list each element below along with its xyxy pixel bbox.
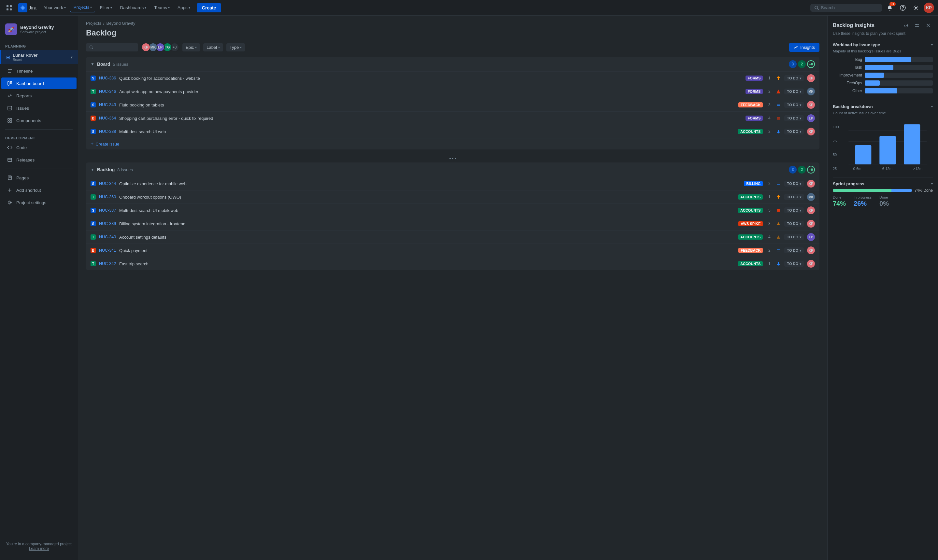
breadcrumb-projects[interactable]: Projects <box>86 21 101 26</box>
epic-filter[interactable]: Epic ▾ <box>182 43 200 51</box>
status-chip[interactable]: TO DO ▾ <box>784 102 804 108</box>
issue-key[interactable]: NUC-336 <box>99 76 116 80</box>
label-filter[interactable]: Label ▾ <box>203 43 223 51</box>
type-filter[interactable]: Type ▾ <box>226 43 245 51</box>
issue-key[interactable]: NUC-340 <box>99 235 116 239</box>
breadcrumb-project-name[interactable]: Beyond Gravity <box>106 21 136 26</box>
nav-your-work[interactable]: Your work ▾ <box>40 3 69 12</box>
issue-tag: FORMS <box>745 115 763 121</box>
issue-type-icon: T <box>91 89 96 94</box>
sidebar-item-reports[interactable]: Reports <box>1 90 77 102</box>
sidebar-item-timeline[interactable]: Timeline <box>1 65 77 77</box>
nav-apps[interactable]: Apps ▾ <box>174 3 194 12</box>
issue-key[interactable]: NUC-354 <box>99 116 116 120</box>
sidebar-item-lunar-rover[interactable]: ⊞ Lunar Rover Board ▾ <box>0 50 78 64</box>
create-button[interactable]: Create <box>197 3 222 12</box>
workload-bar <box>865 65 893 70</box>
table-row[interactable]: S NUC-336 Quick booking for accomodation… <box>86 71 819 85</box>
backlog-search-input[interactable] <box>95 45 135 50</box>
table-row[interactable]: S NUC-344 Optimize experience for mobile… <box>86 177 819 190</box>
issue-type-icon: T <box>91 261 96 266</box>
workload-row-task: Task <box>833 65 933 70</box>
table-row[interactable]: T NUC-340 Account settings defaults ACCO… <box>86 230 819 243</box>
nav-dashboards[interactable]: Dashboards ▾ <box>117 3 149 12</box>
backlog-section-header[interactable]: ▼ Backlog 8 issues 3 2 +0 <box>86 163 819 177</box>
status-chip[interactable]: TO DO ▾ <box>784 115 804 121</box>
table-row[interactable]: S NUC-337 Multi-dest search UI mobileweb… <box>86 203 819 217</box>
svg-rect-16 <box>10 118 12 120</box>
issue-key[interactable]: NUC-360 <box>99 195 116 199</box>
top-nav: Jira Your work ▾ Projects ▾ Filter ▾ Das… <box>0 0 938 15</box>
insights-refresh-button[interactable] <box>901 21 911 30</box>
search-box[interactable] <box>810 4 882 12</box>
status-chip[interactable]: TO DO ▾ <box>784 208 804 213</box>
issue-key[interactable]: NUC-341 <box>99 248 116 253</box>
sidebar-item-project-settings[interactable]: Project settings <box>1 197 77 208</box>
status-chip[interactable]: TO DO ▾ <box>784 181 804 186</box>
board-section-header[interactable]: ▼ Board 5 issues 3 2 +0 <box>86 57 819 71</box>
sidebar-item-releases[interactable]: Releases <box>1 154 77 166</box>
insights-settings-button[interactable] <box>913 21 922 30</box>
learn-more-link[interactable]: Learn more <box>29 546 49 551</box>
grid-menu-button[interactable] <box>4 3 14 13</box>
app-body: 🚀 Beyond Gravity Software project PLANNI… <box>0 15 938 560</box>
sprint-chart-header[interactable]: Sprint progress ▾ <box>833 182 933 186</box>
issue-key[interactable]: NUC-338 <box>99 129 116 134</box>
status-chip[interactable]: TO DO ▾ <box>784 75 804 81</box>
issue-key[interactable]: NUC-342 <box>99 262 116 266</box>
status-chip[interactable]: TO DO ▾ <box>784 89 804 94</box>
jira-logo[interactable]: Jira <box>18 3 37 12</box>
table-row[interactable]: T NUC-360 Onboard workout options (OWO) … <box>86 190 819 203</box>
status-chip[interactable]: TO DO ▾ <box>784 234 804 240</box>
status-chip[interactable]: TO DO ▾ <box>784 194 804 200</box>
issue-key[interactable]: NUC-337 <box>99 208 116 212</box>
drag-icon <box>449 157 457 160</box>
status-chip[interactable]: TO DO ▾ <box>784 248 804 253</box>
search-filter-icon <box>89 45 93 49</box>
issue-avatar: KP <box>807 206 815 214</box>
create-issue-board[interactable]: + Create issue <box>86 138 819 149</box>
table-row[interactable]: B NUC-341 Quick payment FEEDBACK 2 TO DO… <box>86 243 819 257</box>
insights-button[interactable]: Insights <box>789 43 819 52</box>
nav-teams[interactable]: Teams ▾ <box>151 3 173 12</box>
workload-chart-header[interactable]: Workload by issue type ▾ <box>833 42 933 47</box>
sidebar-item-kanban[interactable]: Kanban board <box>1 77 77 89</box>
issue-key[interactable]: NUC-339 <box>99 222 116 226</box>
status-chip[interactable]: TO DO ▾ <box>784 261 804 267</box>
table-row[interactable]: S NUC-339 Billing system integration - f… <box>86 217 819 230</box>
sidebar-item-components[interactable]: Components <box>1 115 77 126</box>
breakdown-chart-header[interactable]: Backlog breakdown ▾ <box>833 104 933 109</box>
backlog-search[interactable] <box>86 43 138 51</box>
sprint-stats: Done 74% In progress 26% Done 0% <box>833 195 933 208</box>
sidebar-item-code[interactable]: Code <box>1 142 77 153</box>
drag-handle[interactable] <box>86 155 819 163</box>
issue-key[interactable]: NUC-344 <box>99 182 116 186</box>
table-row[interactable]: T NUC-346 Adapt web app no new payments … <box>86 85 819 98</box>
avatar-1[interactable]: KP <box>141 43 151 52</box>
help-button[interactable] <box>898 3 908 13</box>
issue-key[interactable]: NUC-346 <box>99 89 116 94</box>
table-row[interactable]: S NUC-338 Multi-dest search UI web ACCOU… <box>86 125 819 138</box>
insights-close-button[interactable] <box>924 21 933 30</box>
jira-logo-text: Jira <box>29 5 37 11</box>
table-row[interactable]: T NUC-342 Fast trip search ACCOUNTS 1 TO… <box>86 257 819 270</box>
sidebar-item-pages[interactable]: Pages <box>1 172 77 184</box>
settings-button[interactable] <box>911 3 921 13</box>
nav-projects[interactable]: Projects ▾ <box>70 3 95 12</box>
breakdown-subtitle: Count of active issues over time <box>833 111 933 115</box>
sidebar-item-issues[interactable]: Issues <box>1 102 77 114</box>
workload-bar-bg <box>865 88 933 94</box>
sidebar-item-add-shortcut[interactable]: Add shortcut <box>1 184 77 196</box>
notifications-button[interactable]: 9+ <box>884 3 895 13</box>
sprint-progress-section: Sprint progress ▾ 74% Done Done 74% In p… <box>833 182 933 208</box>
table-row[interactable]: S NUC-343 Fluid booking on tablets FEEDB… <box>86 98 819 111</box>
search-input[interactable] <box>821 5 878 10</box>
nav-filter[interactable]: Filter ▾ <box>96 3 115 12</box>
priority-icon <box>776 115 781 121</box>
user-avatar[interactable]: KP <box>924 3 934 13</box>
status-chip[interactable]: TO DO ▾ <box>784 129 804 134</box>
status-chip[interactable]: TO DO ▾ <box>784 221 804 227</box>
table-row[interactable]: B NUC-354 Shopping cart purchasing error… <box>86 111 819 125</box>
issue-key[interactable]: NUC-343 <box>99 103 116 107</box>
story-points: 2 <box>766 129 773 134</box>
